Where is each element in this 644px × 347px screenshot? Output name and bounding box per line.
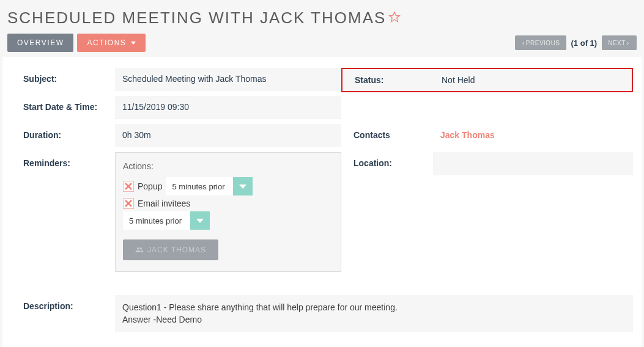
description-label: Description:: [11, 295, 115, 332]
popup-time-value: 5 minutes prior: [166, 182, 233, 191]
detail-panel: Subject: Scheduled Meeting with Jack Tho…: [2, 57, 642, 347]
users-icon: [135, 246, 144, 254]
actions-label: ACTIONS: [87, 38, 126, 47]
favorite-star-icon[interactable]: [388, 11, 401, 25]
status-label: Status:: [342, 69, 434, 91]
page-title: Scheduled Meeting with Jack Thomas: [7, 9, 386, 27]
email-time-value: 5 minutes prior: [123, 216, 190, 225]
popup-time-dropdown-icon[interactable]: [233, 177, 253, 195]
chevron-right-icon: ›: [627, 39, 629, 46]
location-value: [433, 152, 633, 175]
chevron-left-icon: ‹: [522, 39, 525, 46]
subject-value: Scheduled Meeting with Jack Thomas: [115, 68, 341, 91]
reminders-panel: Actions: Popup 5 minutes prior: [115, 152, 341, 272]
caret-down-icon: [131, 42, 136, 45]
invitee-button[interactable]: JACK THOMAS: [123, 239, 218, 260]
start-date-value: 11/15/2019 09:30: [115, 96, 341, 119]
previous-label: PREVIOUS: [526, 40, 560, 46]
subject-label: Subject:: [11, 68, 115, 90]
previous-button[interactable]: ‹ PREVIOUS: [515, 35, 566, 50]
reminders-label: Reminders:: [11, 152, 115, 174]
overview-tab[interactable]: OVERVIEW: [7, 34, 73, 52]
svg-marker-0: [390, 12, 400, 22]
invitee-button-label: JACK THOMAS: [147, 246, 206, 254]
email-invitees-label: Email invitees: [138, 199, 190, 208]
status-value: Not Held: [434, 69, 632, 91]
popup-checkbox[interactable]: [123, 181, 134, 192]
contacts-label: Contacts: [341, 124, 433, 147]
popup-time-select[interactable]: 5 minutes prior: [166, 177, 253, 195]
email-time-dropdown-icon[interactable]: [190, 211, 210, 230]
contact-link[interactable]: Jack Thomas: [440, 130, 495, 140]
duration-value: 0h 30m: [115, 124, 341, 147]
email-checkbox[interactable]: [123, 198, 134, 209]
pager-position: (1 of 1): [571, 38, 598, 48]
reminders-actions-title: Actions:: [123, 161, 333, 171]
location-label: Location:: [341, 152, 433, 175]
next-button[interactable]: NEXT ›: [602, 35, 637, 50]
popup-label: Popup: [138, 181, 162, 191]
next-label: NEXT: [608, 40, 626, 46]
duration-label: Duration:: [11, 124, 115, 146]
email-time-select[interactable]: 5 minutes prior: [123, 211, 210, 230]
start-date-label: Start Date & Time:: [11, 96, 115, 118]
actions-dropdown[interactable]: ACTIONS: [77, 34, 146, 52]
status-row: Status: Not Held: [341, 68, 633, 92]
description-value: Question1 - Please share anything that w…: [115, 295, 633, 332]
